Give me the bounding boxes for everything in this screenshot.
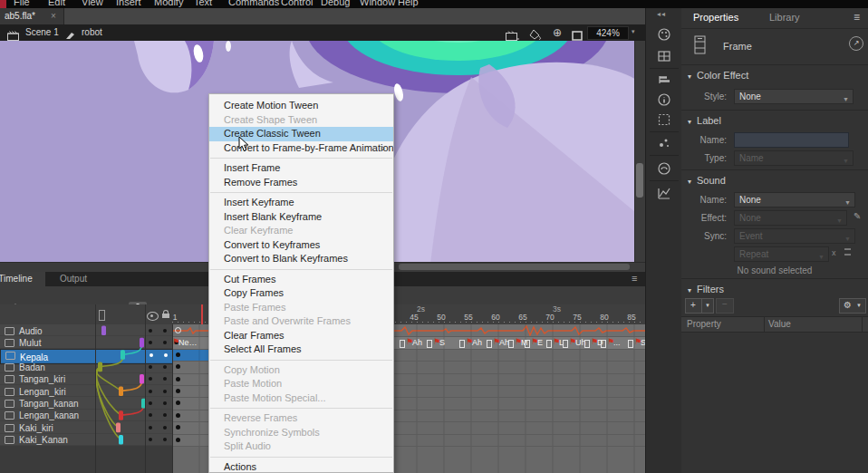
parent-wire-badan-lengan-kanan bbox=[96, 367, 120, 415]
properties-panel-menu-icon[interactable]: ≡ bbox=[854, 11, 860, 24]
visibility-column-eye-icon[interactable] bbox=[147, 312, 159, 321]
menu-insert[interactable]: Insert bbox=[116, 0, 141, 7]
menu-item-create-classic-tween[interactable]: Create Classic Tween bbox=[209, 127, 393, 141]
segment-end-rect bbox=[563, 340, 568, 348]
minus-icon: − bbox=[722, 299, 728, 309]
document-tab-close-button[interactable]: × bbox=[51, 11, 56, 21]
menu-item-actions[interactable]: Actions bbox=[209, 460, 393, 473]
menu-item-insert-frame[interactable]: Insert Frame bbox=[209, 161, 393, 176]
parent-wire-lengan-kanan-tangan-kanan bbox=[121, 407, 144, 415]
stage-horizontal-scrollbar-thumb[interactable] bbox=[399, 264, 630, 270]
section-sound[interactable]: ▾Sound bbox=[688, 175, 726, 186]
particles-panel-icon[interactable] bbox=[656, 135, 672, 151]
chevron-down-icon: ▼ bbox=[843, 92, 849, 106]
chevron-down-icon: ▼ bbox=[856, 303, 862, 308]
dock-divider bbox=[650, 180, 679, 181]
menu-item-convert-to-keyframes[interactable]: Convert to Keyframes bbox=[209, 238, 393, 253]
menu-item-select-all-frames[interactable]: Select All Frames bbox=[209, 343, 393, 357]
section-color-effect[interactable]: ▾Color Effect bbox=[688, 70, 748, 81]
button-divider bbox=[701, 299, 702, 313]
keyframe-dot[interactable] bbox=[176, 352, 180, 357]
parent-mark-lengan-kanan[interactable] bbox=[119, 410, 123, 420]
stage-zoom-value[interactable]: 424% bbox=[587, 26, 629, 40]
parent-mark-kaki-kanan[interactable] bbox=[119, 435, 123, 445]
menu-item-copy-frames[interactable]: Copy Frames bbox=[209, 286, 393, 301]
tab-output[interactable]: Output bbox=[51, 272, 96, 286]
chevron-down-icon: ▼ bbox=[844, 232, 851, 246]
chevron-down-icon: ▼ bbox=[818, 250, 825, 264]
menu-text[interactable]: Text bbox=[194, 0, 212, 7]
keyframe-dot[interactable] bbox=[176, 438, 180, 442]
collapse-panels-icon[interactable]: ◂◂ bbox=[657, 10, 666, 18]
style-select[interactable]: None ▼ bbox=[734, 89, 854, 104]
section-sound-label: Sound bbox=[697, 175, 726, 186]
menu-item-cut-frames[interactable]: Cut Frames bbox=[209, 273, 393, 287]
sound-name-select[interactable]: None ▼ bbox=[734, 192, 855, 208]
frames-panel-icon[interactable] bbox=[656, 48, 672, 64]
section-collapse-icon[interactable]: ▾ bbox=[688, 118, 691, 126]
stage-zoom-dropdown-icon[interactable]: ▾ bbox=[632, 28, 635, 35]
add-filter-button[interactable]: + ▼ bbox=[685, 298, 714, 314]
parent-mark-kepala[interactable] bbox=[121, 350, 125, 360]
section-collapse-icon[interactable]: ▾ bbox=[688, 286, 691, 294]
label-type-value: Name bbox=[739, 153, 764, 163]
parent-mark-kaki-kiri[interactable] bbox=[116, 423, 121, 433]
section-collapse-icon[interactable]: ▾ bbox=[688, 72, 691, 81]
keyframe-dot[interactable] bbox=[176, 377, 180, 381]
menu-item-clear-keyframe: Clear Keyframe bbox=[209, 224, 393, 238]
keyframe-dot[interactable] bbox=[176, 389, 180, 393]
section-filters[interactable]: ▾Filters bbox=[688, 284, 724, 294]
menu-control[interactable]: Control bbox=[281, 0, 313, 7]
remove-filter-button[interactable]: − bbox=[716, 298, 734, 314]
menu-item-convert-to-blank-keyframes[interactable]: Convert to Blank Keyframes bbox=[209, 252, 393, 266]
creative-cloud-icon[interactable] bbox=[656, 160, 672, 177]
center-stage-button[interactable]: ⊕ bbox=[553, 26, 562, 39]
menu-item-insert-blank-keyframe[interactable]: Insert Blank Keyframe bbox=[209, 210, 393, 225]
keyframe-dot[interactable] bbox=[176, 413, 180, 418]
section-label[interactable]: ▾Label bbox=[688, 115, 721, 126]
parent-mark-lengan-kiri[interactable] bbox=[119, 386, 123, 396]
palette-icon[interactable] bbox=[656, 26, 672, 43]
menu-item-insert-keyframe[interactable]: Insert Keyframe bbox=[209, 196, 393, 210]
menu-item-clear-frames[interactable]: Clear Frames bbox=[209, 329, 393, 343]
menu-window[interactable]: Window bbox=[360, 0, 395, 7]
filter-options-button[interactable]: ⚙ ▼ bbox=[839, 298, 866, 314]
document-tab[interactable]: ab5.fla* × bbox=[0, 8, 64, 24]
timeline-panel-menu-icon[interactable]: ≡ bbox=[632, 273, 637, 284]
selection-type-title: Frame bbox=[723, 41, 752, 52]
convert-link-icon[interactable]: ↗ bbox=[849, 36, 863, 51]
menu-item-split-audio: Split Audio bbox=[209, 439, 393, 454]
menu-edit[interactable]: Edit bbox=[48, 0, 65, 7]
menu-item-create-motion-tween[interactable]: Create Motion Tween bbox=[209, 99, 393, 113]
menu-file[interactable]: File bbox=[14, 0, 30, 7]
menu-view[interactable]: View bbox=[82, 0, 103, 7]
breadcrumb-scene[interactable]: Scene 1 bbox=[25, 27, 59, 37]
parent-mark-audio[interactable] bbox=[101, 325, 106, 335]
parent-mark-badan[interactable] bbox=[98, 362, 102, 372]
breadcrumb-symbol[interactable]: robot bbox=[82, 27, 102, 37]
info-panel-icon[interactable] bbox=[656, 92, 672, 108]
menu-item-remove-frames[interactable]: Remove Frames bbox=[209, 176, 393, 190]
tab-library[interactable]: Library bbox=[769, 12, 800, 23]
menu-item-convert-to-frame-by-frame-animation[interactable]: Convert to Frame-by-Frame Animation› bbox=[209, 141, 393, 156]
align-panel-icon[interactable] bbox=[656, 72, 672, 88]
tab-properties[interactable]: Properties bbox=[693, 12, 738, 23]
properties-panel: Properties Library ≡ Frame ↗ ▾Color Effe… bbox=[681, 8, 868, 473]
stage-vertical-scrollbar-thumb[interactable] bbox=[636, 163, 643, 198]
transform-panel-icon[interactable] bbox=[656, 111, 672, 128]
parent-mark-tangan-kiri[interactable] bbox=[140, 374, 144, 384]
segment-end-rect bbox=[459, 340, 465, 348]
sound-status-text: No sound selected bbox=[681, 265, 868, 275]
motion-graph-icon[interactable] bbox=[656, 186, 672, 202]
tab-timeline[interactable]: Timeline bbox=[0, 272, 45, 286]
menu-modify[interactable]: Modify bbox=[154, 0, 183, 7]
dock-divider bbox=[650, 155, 679, 156]
playhead[interactable] bbox=[201, 304, 203, 324]
section-collapse-icon[interactable]: ▾ bbox=[688, 178, 691, 186]
menu-help[interactable]: Help bbox=[398, 0, 419, 7]
parent-mark-mulut[interactable] bbox=[140, 338, 144, 348]
menu-commands[interactable]: Commands bbox=[228, 0, 279, 7]
stage-vertical-scrollbar[interactable] bbox=[634, 41, 645, 272]
menu-debug[interactable]: Debug bbox=[321, 0, 350, 7]
label-name-input[interactable] bbox=[734, 132, 849, 148]
